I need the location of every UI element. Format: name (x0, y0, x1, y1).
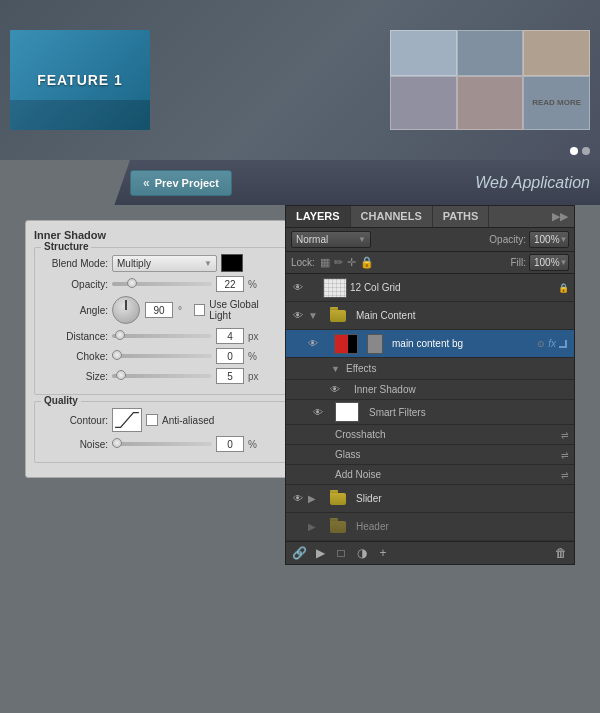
layer-crosshatch[interactable]: Crosshatch ⇌ (286, 425, 574, 445)
feature-image: FEATURE 1 (10, 30, 150, 130)
fill-input[interactable]: 100% ▼ (529, 254, 569, 271)
lock-icons-group: ▦ ✏ ✛ 🔒 (320, 256, 374, 269)
layer-visibility-slider[interactable]: 👁 (291, 492, 305, 506)
anti-aliased-label: Anti-aliased (162, 415, 214, 426)
layer-effects-header[interactable]: ▼ Effects (286, 358, 574, 380)
prev-project-button[interactable]: « Prev Project (130, 170, 232, 196)
noise-thumb[interactable] (112, 438, 122, 448)
layer-inner-shadow-effect[interactable]: 👁 Inner Shadow (286, 380, 574, 400)
layer-mask-icon[interactable]: □ (333, 545, 349, 561)
choke-slider[interactable] (112, 354, 212, 358)
layers-toolbar: Normal ▼ Opacity: 100% ▼ (286, 228, 574, 252)
opacity-thumb[interactable] (127, 278, 137, 288)
layer-name-slider: Slider (356, 493, 569, 504)
link-icon[interactable]: 🔗 (291, 545, 307, 561)
layer-visibility-header[interactable]: 👁 (291, 520, 305, 534)
layer-add-noise[interactable]: Add Noise ⇌ (286, 465, 574, 485)
anti-aliased-checkbox[interactable] (146, 414, 158, 426)
layer-name-bg: main content bg (392, 338, 534, 349)
fill-label: Fill: (510, 257, 526, 268)
choke-thumb[interactable] (112, 350, 122, 360)
tab-channels[interactable]: CHANNELS (351, 206, 433, 227)
angle-knob[interactable] (112, 296, 140, 324)
layer-visibility-main-content[interactable]: 👁 (291, 309, 305, 323)
tab-paths[interactable]: PATHS (433, 206, 490, 227)
distance-thumb[interactable] (115, 330, 125, 340)
panel-expand-icon[interactable]: ▶▶ (546, 206, 574, 227)
layer-glass[interactable]: Glass ⇌ (286, 445, 574, 465)
layer-lock-icon-12col: 🔒 (558, 283, 569, 293)
effect-visibility-inner-shadow[interactable]: 👁 (328, 383, 342, 397)
opacity-input[interactable] (216, 276, 244, 292)
adjustment-layer-icon[interactable]: ◑ (354, 545, 370, 561)
opacity-slider[interactable] (112, 282, 212, 286)
fx-button[interactable]: fx (548, 338, 556, 349)
folder-icon-header (330, 521, 346, 533)
layer-item-main-content-group[interactable]: 👁 ▼ Main Content (286, 302, 574, 330)
angle-input[interactable] (145, 302, 173, 318)
top-banner: FEATURE 1 READ MORE (0, 0, 600, 160)
blend-mode-arrow-icon: ▼ (204, 259, 212, 268)
noise-label: Noise: (43, 439, 108, 450)
opacity-arrow-icon: ▼ (560, 235, 568, 244)
blend-mode-select[interactable]: Multiply ▼ (112, 255, 217, 272)
layers-blend-mode[interactable]: Normal ▼ (291, 231, 371, 248)
layer-item-header[interactable]: 👁 ▶ Header (286, 513, 574, 541)
layers-tab-bar: LAYERS CHANNELS PATHS ▶▶ (286, 206, 574, 228)
new-group-icon[interactable]: ▶ (312, 545, 328, 561)
noise-slider[interactable] (112, 442, 212, 446)
layer-item-12col-grid[interactable]: 👁 12 Col Grid 🔒 (286, 274, 574, 302)
tab-layers[interactable]: LAYERS (286, 206, 351, 227)
smart-filters-header[interactable]: 👁 Smart Filters (286, 400, 574, 425)
layers-blend-arrow-icon: ▼ (358, 235, 366, 244)
delete-layer-icon[interactable]: 🗑 (553, 545, 569, 561)
layer-visibility-bg[interactable]: 👁 (306, 337, 320, 351)
global-light-checkbox[interactable] (194, 304, 205, 316)
structure-label: Structure (41, 241, 91, 252)
lock-position-icon[interactable]: ✛ (347, 256, 356, 269)
choke-unit: % (248, 351, 260, 362)
new-layer-icon[interactable]: + (375, 545, 391, 561)
distance-slider[interactable] (112, 334, 212, 338)
layers-opacity-input[interactable]: 100% ▼ (529, 231, 569, 248)
smart-filters-label: Smart Filters (369, 407, 569, 418)
smart-filters-visibility[interactable]: 👁 (311, 405, 325, 419)
angle-label: Angle: (43, 305, 108, 316)
layer-arrow-icon (559, 340, 567, 348)
lock-image-icon[interactable]: ✏ (334, 256, 343, 269)
blend-mode-label: Blend Mode: (43, 258, 108, 269)
folder-icon-main-content (330, 310, 346, 322)
layer-thumb-12col (323, 278, 347, 298)
layer-name-12col: 12 Col Grid (350, 282, 555, 293)
size-unit: px (248, 371, 260, 382)
layer-expand-main-content[interactable]: ▼ (308, 310, 320, 321)
lock-transparent-icon[interactable]: ▦ (320, 256, 330, 269)
layer-item-main-content-bg[interactable]: 👁 main content bg ⊙ fx (286, 330, 574, 358)
fill-arrow-icon: ▼ (560, 258, 568, 267)
layer-expand-slider[interactable]: ▶ (308, 493, 320, 504)
size-slider[interactable] (112, 374, 212, 378)
dot-1[interactable] (570, 147, 578, 155)
page-title: Web Application (475, 174, 590, 192)
layer-visibility-12col[interactable]: 👁 (291, 281, 305, 295)
size-thumb[interactable] (116, 370, 126, 380)
fill-group: Fill: 100% ▼ (510, 254, 569, 271)
size-label: Size: (43, 371, 108, 382)
blend-color-swatch[interactable] (221, 254, 243, 272)
choke-input[interactable] (216, 348, 244, 364)
global-light-label: Use Global Light (209, 299, 277, 321)
lock-fill-row: Lock: ▦ ✏ ✛ 🔒 Fill: 100% ▼ (286, 252, 574, 274)
distance-input[interactable] (216, 328, 244, 344)
pagination-dots (570, 147, 590, 155)
layer-expand-header[interactable]: ▶ (308, 521, 320, 532)
size-input[interactable] (216, 368, 244, 384)
noise-input[interactable] (216, 436, 244, 452)
contour-preview[interactable] (112, 408, 142, 432)
dot-2[interactable] (582, 147, 590, 155)
layer-name-main-content: Main Content (356, 310, 569, 321)
lock-all-icon[interactable]: 🔒 (360, 256, 374, 269)
glass-options-icon: ⇌ (561, 450, 569, 460)
layer-item-slider[interactable]: 👁 ▶ Slider (286, 485, 574, 513)
main-area: Inner Shadow Structure Blend Mode: Multi… (0, 205, 600, 713)
glass-label: Glass (335, 449, 558, 460)
